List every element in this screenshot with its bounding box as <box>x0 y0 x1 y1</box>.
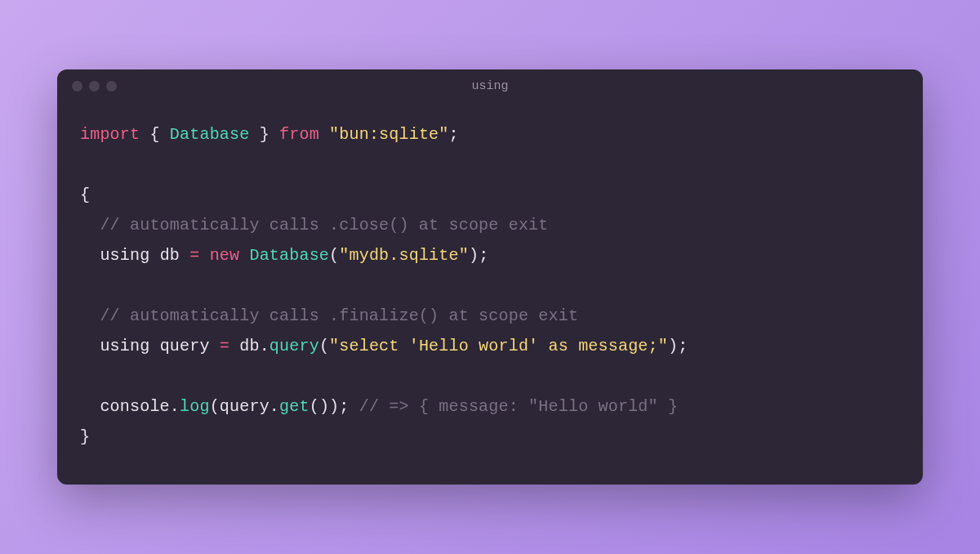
token-paren: ( <box>329 246 339 265</box>
code-line-blank <box>80 150 900 180</box>
token-string: "mydb.sqlite" <box>339 246 469 265</box>
token-space <box>149 337 159 355</box>
token-paren: ) <box>469 246 479 265</box>
token-space <box>319 125 329 144</box>
token-brace: { <box>140 125 170 144</box>
token-string: "select 'Hello world' as message;" <box>329 337 668 355</box>
token-ident: console <box>100 397 169 416</box>
token-space <box>229 337 239 355</box>
code-line-blank <box>80 270 900 301</box>
token-punct: . <box>270 397 279 416</box>
code-area[interactable]: import { Database } from "bun:sqlite"; {… <box>57 103 923 485</box>
code-line: { <box>80 180 900 210</box>
code-line: using db = new Database("mydb.sqlite"); <box>80 240 900 270</box>
token-paren: ( <box>310 397 319 416</box>
token-method: log <box>180 397 210 416</box>
token-string: "bun:sqlite" <box>329 125 448 144</box>
token-comment: // automatically calls .close() at scope… <box>100 216 548 235</box>
token-punct: ; <box>449 125 459 144</box>
token-comment: // automatically calls .finalize() at sc… <box>100 306 578 325</box>
token-method: query <box>270 337 319 355</box>
maximize-icon[interactable] <box>106 81 117 92</box>
token-indent <box>80 216 100 235</box>
token-keyword: import <box>80 125 140 144</box>
code-line: using query = db.query("select 'Hello wo… <box>80 331 900 361</box>
code-line: // automatically calls .finalize() at sc… <box>80 301 900 331</box>
token-punct: . <box>260 337 270 355</box>
token-keyword: from <box>279 125 319 144</box>
token-space <box>349 397 359 416</box>
token-paren: ) <box>668 337 678 355</box>
traffic-lights <box>72 81 117 92</box>
token-brace: { <box>80 185 90 204</box>
token-indent <box>80 337 100 355</box>
token-ident: db <box>239 337 259 355</box>
token-var: db <box>160 246 180 265</box>
minimize-icon[interactable] <box>89 81 100 92</box>
token-punct: ; <box>339 397 349 416</box>
token-indent <box>80 397 100 416</box>
token-paren: ) <box>329 397 339 416</box>
token-space <box>210 337 220 355</box>
code-line: console.log(query.get()); // => { messag… <box>80 391 900 422</box>
token-punct: . <box>170 397 180 416</box>
token-class: Database <box>249 246 329 265</box>
token-keyword: using <box>100 246 149 265</box>
token-punct: ; <box>479 246 488 265</box>
window-title: using <box>471 79 508 93</box>
code-line-blank <box>80 361 900 391</box>
token-space <box>199 246 209 265</box>
token-indent <box>80 246 100 265</box>
token-brace: } <box>80 427 90 446</box>
token-comment: // => { message: "Hello world" } <box>359 397 678 416</box>
token-space <box>149 246 159 265</box>
token-punct: ; <box>678 337 688 355</box>
token-var: query <box>160 337 210 355</box>
token-paren: ) <box>319 397 329 416</box>
token-ident: query <box>220 397 270 416</box>
code-line: // automatically calls .close() at scope… <box>80 210 900 240</box>
token-indent <box>80 306 100 325</box>
token-class: Database <box>170 125 250 144</box>
code-line: import { Database } from "bun:sqlite"; <box>80 119 900 150</box>
token-paren: ( <box>210 397 220 416</box>
token-keyword: new <box>210 246 240 265</box>
token-brace: } <box>249 125 279 144</box>
editor-window: using import { Database } from "bun:sqli… <box>57 69 923 485</box>
title-bar: using <box>57 69 923 103</box>
token-keyword: using <box>100 337 149 355</box>
token-op: = <box>220 337 229 355</box>
token-method: get <box>279 397 310 416</box>
token-space <box>239 246 249 265</box>
code-line: } <box>80 422 900 452</box>
token-paren: ( <box>319 337 329 355</box>
token-space <box>180 246 189 265</box>
close-icon[interactable] <box>72 81 82 92</box>
token-op: = <box>189 246 199 265</box>
